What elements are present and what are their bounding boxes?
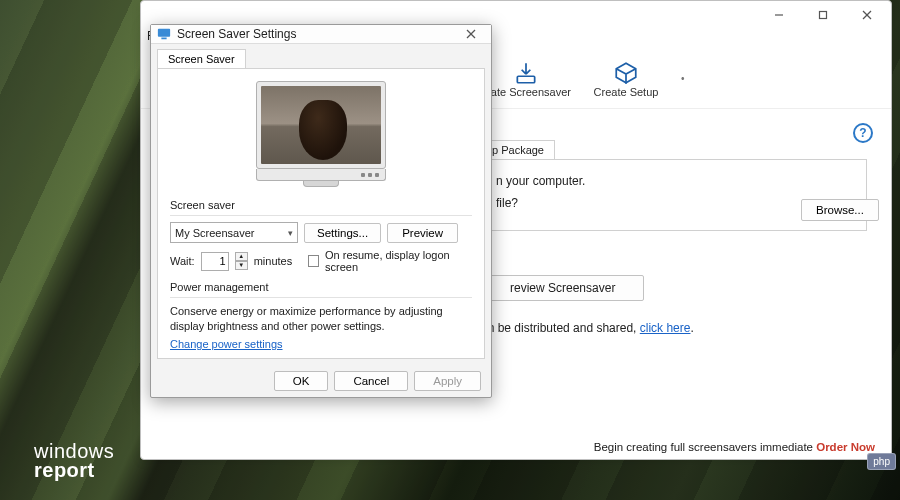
tool-create-setup[interactable]: Create Setup bbox=[581, 60, 671, 98]
screensaver-select[interactable]: My Screensaver ▾ bbox=[170, 222, 298, 243]
footer-promo: Begin creating full screensavers immedia… bbox=[594, 441, 875, 453]
monitor-icon bbox=[157, 27, 171, 41]
click-here-link[interactable]: click here bbox=[640, 321, 691, 335]
svg-rect-6 bbox=[161, 38, 166, 40]
download-box-icon bbox=[513, 60, 539, 86]
close-button[interactable] bbox=[847, 3, 887, 27]
toolbar-overflow[interactable]: • bbox=[681, 73, 685, 84]
screensaver-select-value: My Screensaver bbox=[175, 227, 254, 239]
browse-button[interactable]: Browse... bbox=[801, 199, 879, 221]
msg-file: file? bbox=[496, 196, 852, 210]
cancel-button[interactable]: Cancel bbox=[334, 371, 408, 391]
power-management-text: Conserve energy or maximize performance … bbox=[170, 304, 472, 334]
order-now-link[interactable]: Order Now bbox=[816, 441, 875, 453]
change-power-settings-link[interactable]: Change power settings bbox=[170, 338, 283, 350]
svg-rect-5 bbox=[158, 29, 170, 37]
preview-monitor bbox=[170, 77, 472, 195]
distribute-text: an be distributed and shared, click here… bbox=[481, 321, 867, 335]
watermark-logo: windowsreport bbox=[34, 442, 114, 480]
tab-package[interactable]: p Package bbox=[481, 140, 555, 160]
screensaver-preview-image bbox=[261, 86, 381, 164]
wait-input[interactable] bbox=[201, 252, 229, 271]
dialog-titlebar: Screen Saver Settings bbox=[151, 25, 491, 44]
apply-button[interactable]: Apply bbox=[414, 371, 481, 391]
tab-screen-saver[interactable]: Screen Saver bbox=[157, 49, 246, 69]
preview-screensaver-button[interactable]: review Screensaver bbox=[481, 275, 644, 301]
wait-label: Wait: bbox=[170, 255, 195, 267]
tool-label: reate Screensaver bbox=[481, 86, 571, 98]
msg-computer: n your computer. bbox=[496, 174, 852, 188]
screensaver-settings-dialog: Screen Saver Settings Screen Saver Scree… bbox=[150, 24, 492, 398]
wait-spin-up[interactable]: ▲ bbox=[235, 252, 248, 261]
wait-unit: minutes bbox=[254, 255, 293, 267]
settings-button[interactable]: Settings... bbox=[304, 223, 381, 243]
group-power-label: Power management bbox=[170, 281, 472, 293]
php-badge: php bbox=[867, 453, 896, 470]
minimize-button[interactable] bbox=[759, 3, 799, 27]
dialog-close-button[interactable] bbox=[457, 25, 485, 43]
svg-rect-1 bbox=[820, 12, 827, 19]
maximize-button[interactable] bbox=[803, 3, 843, 27]
package-icon bbox=[613, 60, 639, 86]
preview-button[interactable]: Preview bbox=[387, 223, 458, 243]
resume-label: On resume, display logon screen bbox=[325, 249, 472, 273]
svg-rect-4 bbox=[517, 76, 534, 83]
group-screensaver-label: Screen saver bbox=[170, 199, 472, 211]
ok-button[interactable]: OK bbox=[274, 371, 329, 391]
dialog-title: Screen Saver Settings bbox=[177, 27, 296, 41]
tool-create-screensaver[interactable]: reate Screensaver bbox=[481, 60, 571, 98]
wait-spin-down[interactable]: ▼ bbox=[235, 261, 248, 270]
tool-label: Create Setup bbox=[594, 86, 659, 98]
resume-checkbox[interactable] bbox=[308, 255, 319, 267]
chevron-down-icon: ▾ bbox=[288, 228, 293, 238]
